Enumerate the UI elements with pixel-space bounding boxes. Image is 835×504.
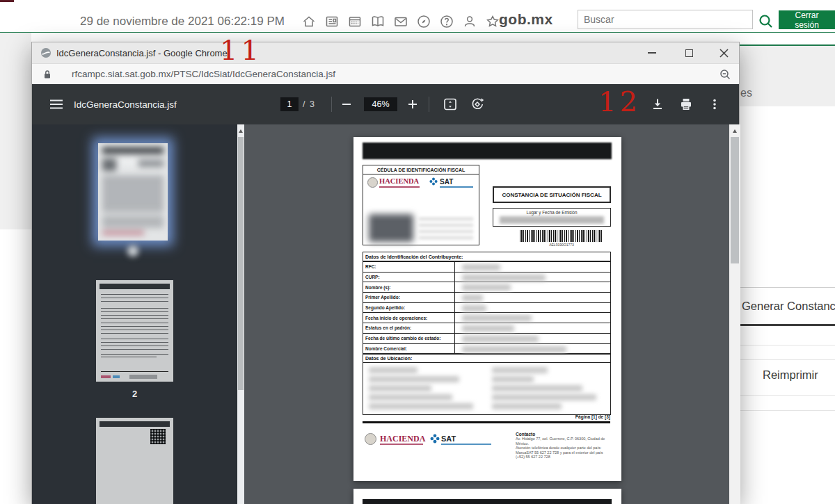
address-bar[interactable]: rfcampc.siat.sat.gob.mx/PTSC/IdcSiat/Idc… bbox=[32, 63, 739, 84]
viewer-scroll-up-icon[interactable] bbox=[729, 127, 740, 134]
more-options-icon[interactable] bbox=[706, 96, 723, 113]
page-number-input[interactable]: 1 bbox=[280, 97, 299, 111]
search-box bbox=[578, 10, 753, 29]
cedula-logo-row: HACIENDA SAT bbox=[363, 174, 479, 191]
pdf-page-1: CÉDULA DE IDENTIFICACIÓN FISCAL HACIENDA… bbox=[353, 137, 621, 481]
annotation-step-12: 12 bbox=[598, 88, 641, 115]
table-divider bbox=[740, 395, 835, 396]
emision-box: Lugar y Fecha de Emisión bbox=[493, 208, 611, 227]
zoom-level[interactable]: 46% bbox=[364, 97, 397, 111]
thumbnail-page-2[interactable] bbox=[96, 280, 173, 382]
contact-line: (+52) 55 627 22 728 bbox=[516, 455, 611, 460]
home-icon[interactable] bbox=[301, 14, 317, 29]
thumbnail-3-qr bbox=[150, 429, 166, 444]
redacted-id-lines bbox=[419, 216, 473, 239]
rotate-icon[interactable] bbox=[469, 96, 486, 113]
thumbnail-2-preview bbox=[100, 284, 170, 289]
page-indicator: Página [1] de [3] bbox=[363, 414, 610, 419]
table-row: Fecha inicio de operaciones: bbox=[363, 312, 610, 323]
minimize-button[interactable] bbox=[641, 42, 663, 63]
thumbnail-1-preview bbox=[98, 143, 168, 241]
maximize-button[interactable] bbox=[678, 42, 700, 63]
thumbnail-3-preview bbox=[100, 421, 170, 427]
contact-title: Contacto bbox=[516, 432, 611, 437]
cedula-box: CÉDULA DE IDENTIFICACIÓN FISCAL HACIENDA… bbox=[363, 165, 479, 245]
subheader-partial-text: es bbox=[740, 87, 752, 99]
topbar-accent bbox=[0, 0, 14, 2]
compass-icon[interactable] bbox=[416, 14, 431, 29]
footer-rule bbox=[363, 421, 610, 423]
table-row: Nombre Comercial: bbox=[363, 343, 610, 354]
sat-subline bbox=[441, 444, 491, 445]
fit-page-icon[interactable] bbox=[442, 96, 459, 113]
page-favicon-icon bbox=[40, 47, 51, 58]
thumbnail-1-label bbox=[127, 245, 138, 257]
location-title: Datos de Ubicación: bbox=[363, 355, 610, 363]
barcode bbox=[520, 230, 603, 242]
portal-left-panel bbox=[0, 33, 31, 229]
sat-logo-icon bbox=[429, 177, 438, 186]
sidebar-scroll-up-icon[interactable] bbox=[237, 127, 244, 134]
search-icon[interactable] bbox=[758, 13, 774, 30]
hacienda-wordmark: HACIENDA bbox=[379, 177, 419, 185]
pdf-page-2 bbox=[353, 489, 621, 504]
window-titlebar[interactable]: IdcGeneraConstancia.jsf - Google Chrome bbox=[32, 42, 739, 63]
book-icon[interactable] bbox=[370, 14, 385, 29]
download-icon[interactable] bbox=[649, 96, 666, 113]
contact-block: Contacto Av. Hidalgo 77, col. Guerrero, … bbox=[516, 432, 611, 460]
redacted-value bbox=[462, 264, 500, 270]
table-divider bbox=[740, 287, 835, 288]
table-divider bbox=[740, 410, 835, 411]
table-row: RFC: bbox=[363, 261, 610, 272]
redacted-value bbox=[462, 275, 546, 281]
mail-icon[interactable] bbox=[393, 14, 408, 29]
hacienda-seal-icon bbox=[367, 177, 378, 188]
sat-wordmark: SAT bbox=[440, 178, 453, 186]
zoom-icon[interactable] bbox=[719, 69, 731, 80]
annotation-step-11: 11 bbox=[220, 36, 262, 64]
zoom-in-button[interactable] bbox=[404, 96, 421, 113]
close-button[interactable] bbox=[713, 42, 735, 63]
menu-icon[interactable] bbox=[48, 96, 65, 113]
help-icon[interactable] bbox=[439, 14, 454, 29]
thumbnail-page-3[interactable] bbox=[96, 418, 173, 504]
table-divider-thick bbox=[740, 324, 835, 326]
gobmx-logo[interactable]: gob.mx bbox=[499, 11, 553, 28]
table-row: Nombre (s): bbox=[363, 282, 610, 292]
id-section-title: Datos de Identificación del Contribuyent… bbox=[363, 252, 610, 261]
user-icon[interactable] bbox=[462, 14, 477, 29]
zoom-out-button[interactable] bbox=[338, 96, 355, 113]
contact-line: Atención telefónica desde cualquier part… bbox=[516, 446, 611, 450]
redacted-value bbox=[462, 346, 566, 352]
emision-label: Lugar y Fecha de Emisión bbox=[493, 210, 610, 215]
reprint-link[interactable]: Reimprimir bbox=[763, 368, 818, 382]
url-text[interactable]: rfcampc.siat.sat.gob.mx/PTSC/IdcSiat/Idc… bbox=[72, 69, 335, 79]
search-input[interactable] bbox=[578, 10, 763, 29]
sat-logo-icon bbox=[430, 434, 440, 444]
star-icon[interactable] bbox=[485, 14, 500, 29]
doc-header-bar bbox=[363, 143, 612, 159]
window-title: IdcGeneraConstancia.jsf - Google Chrome bbox=[56, 48, 228, 58]
logout-button[interactable]: Cerrar sesión bbox=[779, 10, 835, 29]
sidebar-scrollbar-thumb[interactable] bbox=[238, 137, 244, 390]
print-icon[interactable] bbox=[678, 96, 694, 113]
redacted-value bbox=[462, 295, 483, 301]
table-row: Segundo Apellido: bbox=[363, 302, 610, 313]
viewer-scrollbar-thumb[interactable] bbox=[731, 137, 739, 263]
gazette-icon[interactable] bbox=[324, 14, 340, 29]
pdf-doc-title: IdcGeneraConstancia.jsf bbox=[74, 84, 177, 124]
screen: 29 de noviembre de 2021 06:22:19 PM gob.… bbox=[0, 0, 835, 504]
portal-icon-row bbox=[301, 14, 500, 29]
toolbar-divider bbox=[429, 97, 429, 112]
generate-constancia-link[interactable]: Generar Constanci bbox=[742, 300, 835, 313]
calendar-icon[interactable] bbox=[347, 14, 363, 29]
table-divider bbox=[740, 345, 835, 346]
doc-header-bar bbox=[363, 499, 612, 504]
pdf-viewport[interactable]: CÉDULA DE IDENTIFICACIÓN FISCAL HACIENDA… bbox=[244, 124, 729, 504]
page-separator: / bbox=[303, 84, 305, 124]
barcode-caption: AEL9190O1773 bbox=[520, 243, 603, 247]
redacted-emision-value bbox=[500, 216, 604, 224]
page-total: 3 bbox=[310, 84, 315, 124]
thumbnail-page-1[interactable] bbox=[98, 143, 168, 241]
hacienda-wordmark: HACIENDA bbox=[380, 434, 425, 444]
